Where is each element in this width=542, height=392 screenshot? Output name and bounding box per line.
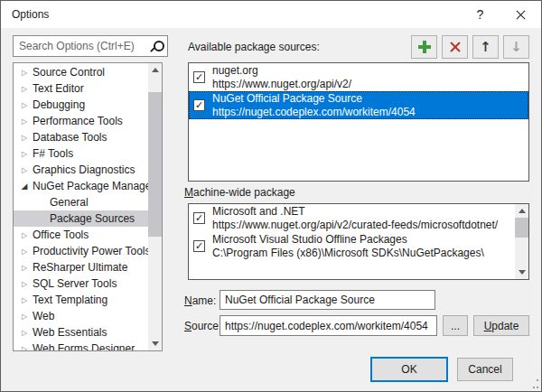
available-sources-list: ✓nuget.orghttps://www.nuget.org/api/v2/✓… — [188, 62, 529, 182]
name-label: Name: — [184, 294, 216, 307]
tree-item-text-templating[interactable]: ▷Text Templating — [14, 292, 148, 308]
tree-item-label: ReSharper Ultimate — [33, 261, 127, 274]
move-up-button[interactable]: ↑ — [472, 35, 499, 59]
package-source-row[interactable]: ✓Microsoft and .NEThttps://www.nuget.org… — [189, 204, 515, 232]
expand-icon[interactable]: ▷ — [18, 296, 31, 304]
tree-item-office-tools[interactable]: ▷Office Tools — [14, 227, 148, 243]
expand-icon[interactable]: ▷ — [18, 329, 31, 337]
package-source-row[interactable]: ✓nuget.orghttps://www.nuget.org/api/v2/ — [189, 63, 528, 91]
tree-item-graphics-diagnostics[interactable]: ▷Graphics Diagnostics — [14, 162, 148, 178]
tree-item-nuget-package-manager[interactable]: ◢NuGet Package Manager — [14, 178, 148, 194]
browse-label: ... — [451, 320, 460, 332]
package-url: C:\Program Files (x86)\Microsoft SDKs\Nu… — [212, 247, 511, 259]
tree-item-debugging[interactable]: ▷Debugging — [14, 97, 148, 113]
tree-item-label: Debugging — [33, 98, 85, 111]
package-name: Microsoft and .NET — [212, 205, 511, 219]
tree-item-web[interactable]: ▷Web — [14, 308, 148, 324]
expand-icon[interactable]: ▷ — [18, 231, 31, 239]
help-icon: ? — [477, 7, 484, 22]
expand-icon[interactable]: ▷ — [18, 264, 31, 272]
source-value: https://nuget.codeplex.com/workitem/4054 — [225, 320, 428, 332]
tree-item-general[interactable]: General — [14, 194, 148, 210]
package-name: nuget.org — [212, 64, 525, 78]
machine-wide-list: ✓Microsoft and .NEThttps://www.nuget.org… — [188, 203, 529, 280]
cancel-button[interactable]: Cancel — [457, 358, 513, 381]
tree-item-database-tools[interactable]: ▷Database Tools — [14, 129, 148, 145]
search-icon[interactable] — [149, 40, 163, 53]
available-sources-rows: ✓nuget.orghttps://www.nuget.org/api/v2/✓… — [189, 63, 528, 181]
options-tree: ▷Source Control▷Text Editor▷Debugging▷Pe… — [13, 62, 163, 351]
checkbox-checked[interactable]: ✓ — [193, 212, 205, 224]
tree-item-performance-tools[interactable]: ▷Performance Tools — [14, 113, 148, 129]
tree-item-label: NuGet Package Manager — [33, 180, 148, 192]
options-dialog: Options ? Search Options (Ctrl+E) ▷Sourc… — [0, 0, 542, 392]
ok-button[interactable]: OK — [370, 357, 448, 382]
delete-icon — [449, 41, 462, 53]
expand-icon[interactable]: ▷ — [18, 166, 31, 174]
search-input[interactable]: Search Options (Ctrl+E) — [13, 35, 168, 57]
tree-scrollbar[interactable] — [148, 63, 162, 350]
dialog-title: Options — [1, 8, 460, 21]
scrollbar-thumb[interactable] — [515, 218, 528, 238]
tree-item-label: Web Essentials — [33, 326, 107, 339]
checkbox-checked[interactable]: ✓ — [193, 99, 205, 111]
package-source-row[interactable]: ✓Microsoft Visual Studio Offline Package… — [189, 232, 515, 260]
update-button[interactable]: Update — [473, 315, 529, 336]
triangle-up-icon — [519, 209, 526, 213]
move-down-button[interactable]: ↓ — [503, 35, 529, 59]
name-field[interactable]: NuGet Official Package Source — [220, 290, 435, 310]
name-value: NuGet Official Package Source — [225, 294, 375, 306]
scroll-up-button[interactable] — [515, 204, 528, 218]
machine-wide-rows: ✓Microsoft and .NEThttps://www.nuget.org… — [189, 204, 515, 279]
package-name: NuGet Official Package Source — [212, 92, 525, 106]
tree-item-package-sources[interactable]: Package Sources — [14, 210, 148, 227]
checkbox-checked[interactable]: ✓ — [193, 240, 205, 252]
expand-icon[interactable]: ▷ — [18, 117, 31, 126]
tree-item-label: Web — [33, 310, 54, 322]
source-field[interactable]: https://nuget.codeplex.com/workitem/4054 — [220, 315, 437, 336]
tree-item-label: Graphics Diagnostics — [33, 163, 135, 176]
remove-source-button[interactable] — [442, 35, 468, 59]
cancel-label: Cancel — [468, 363, 501, 376]
search-placeholder: Search Options (Ctrl+E) — [14, 40, 149, 52]
tree-item-productivity-power-tools[interactable]: ▷Productivity Power Tools — [14, 243, 148, 259]
title-bar: Options ? — [1, 1, 541, 28]
source-label: Source: — [184, 320, 221, 332]
checkbox-checked[interactable]: ✓ — [193, 71, 205, 83]
expand-icon[interactable]: ▷ — [18, 313, 31, 321]
expand-icon[interactable]: ▷ — [18, 101, 31, 109]
expand-icon[interactable]: ▷ — [18, 280, 31, 288]
machine-wide-label: Machine-wide package — [184, 186, 295, 199]
expand-icon[interactable]: ▷ — [18, 85, 31, 93]
tree-item-text-editor[interactable]: ▷Text Editor — [14, 80, 148, 97]
tree-item-label: Office Tools — [33, 229, 89, 241]
browse-button[interactable]: ... — [443, 315, 468, 336]
tree-item-sql-server-tools[interactable]: ▷SQL Server Tools — [14, 275, 148, 292]
machine-list-scrollbar[interactable] — [515, 204, 528, 279]
expand-icon[interactable]: ▷ — [18, 134, 31, 142]
scroll-up-button[interactable] — [148, 63, 162, 77]
collapse-icon[interactable]: ◢ — [18, 182, 31, 191]
scroll-down-button[interactable] — [148, 337, 162, 350]
expand-icon[interactable]: ▷ — [18, 69, 31, 77]
tree-item-label: Source Control — [33, 66, 105, 79]
tree-item-web-forms-designer[interactable]: ▷Web Forms Designer — [14, 341, 148, 351]
tree-item-f-tools[interactable]: ▷F# Tools — [14, 145, 148, 162]
tree-item-web-essentials[interactable]: ▷Web Essentials — [14, 324, 148, 341]
help-button[interactable]: ? — [460, 1, 500, 28]
expand-icon[interactable]: ▷ — [18, 345, 31, 352]
package-source-row[interactable]: ✓NuGet Official Package Sourcehttps://nu… — [189, 91, 528, 119]
package-name: Microsoft Visual Studio Offline Packages — [212, 233, 511, 247]
scroll-down-button[interactable] — [515, 266, 528, 279]
expand-icon[interactable]: ▷ — [18, 247, 31, 256]
ok-label: OK — [401, 363, 416, 376]
expand-icon[interactable]: ▷ — [18, 150, 31, 158]
close-button[interactable] — [500, 1, 541, 28]
add-source-button[interactable] — [411, 35, 437, 59]
triangle-up-icon — [152, 68, 159, 72]
arrow-up-icon: ↑ — [480, 41, 491, 54]
tree-item-source-control[interactable]: ▷Source Control — [14, 64, 148, 80]
resize-grip[interactable] — [529, 379, 538, 388]
tree-item-resharper-ultimate[interactable]: ▷ReSharper Ultimate — [14, 259, 148, 275]
scrollbar-thumb[interactable] — [148, 92, 162, 237]
